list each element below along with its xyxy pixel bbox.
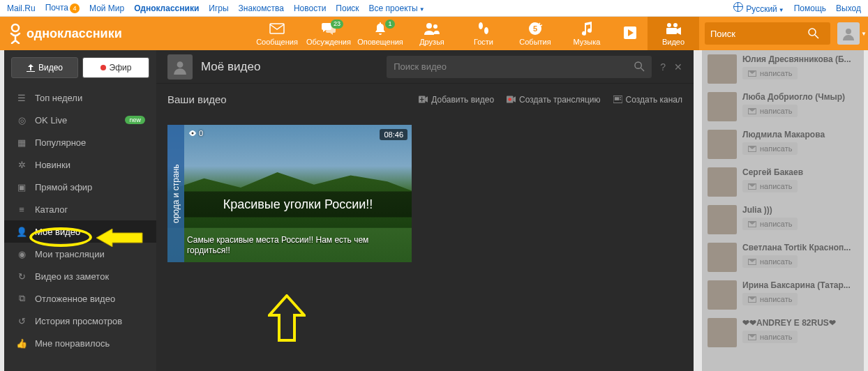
- footprints-icon: [477, 22, 491, 36]
- video-menu: ☰Топ недели ◎OK Livenew ▦Популярное ✲Нов…: [4, 86, 156, 354]
- svg-point-10: [673, 23, 678, 27]
- video-icon: [665, 22, 682, 35]
- upload-video-button[interactable]: Видео: [11, 57, 78, 78]
- topbar-help[interactable]: Помощь: [794, 3, 826, 13]
- nav-label: Оповещения: [357, 38, 403, 46]
- video-thumbnail[interactable]: орода и странь 0 08:46 Красивые уголки Р…: [167, 125, 412, 262]
- friend-row[interactable]: Светлана Tortik Красноп...написать: [702, 238, 864, 276]
- person-icon: 👤: [15, 227, 28, 237]
- ok-logo-icon: [8, 23, 22, 44]
- menu-liked[interactable]: 👍Мне понравилось: [4, 332, 156, 354]
- topbar-link-search[interactable]: Поиск: [336, 3, 359, 13]
- close-button[interactable]: ✕: [674, 61, 682, 73]
- friend-name: Светлана Tortik Красноп...: [742, 243, 858, 252]
- create-stream-action[interactable]: Создать трансляцию: [507, 95, 600, 105]
- write-message-button[interactable]: написать: [742, 218, 798, 230]
- create-channel-action[interactable]: Создать канал: [613, 95, 682, 105]
- list-icon: ≡: [15, 204, 28, 215]
- nav-discussions[interactable]: Обсуждения 23: [303, 17, 354, 50]
- nav-label: Гости: [474, 38, 493, 46]
- menu-popular[interactable]: ▦Популярное: [4, 131, 156, 153]
- video-search[interactable]: [387, 56, 652, 78]
- friend-avatar: [708, 205, 737, 234]
- nav-messages[interactable]: Сообщения: [251, 17, 303, 50]
- envelope-icon: [748, 334, 756, 340]
- live-button[interactable]: Эфир: [82, 57, 149, 78]
- friend-row[interactable]: Людмила Макарованаписать: [702, 126, 864, 163]
- topbar-link-ok[interactable]: Одноклассники: [134, 3, 199, 13]
- menu-my-video[interactable]: 👤Моё видео: [4, 220, 156, 243]
- friend-name: Ирина Баксарина (Татар...: [742, 280, 858, 290]
- search-icon: [808, 28, 819, 39]
- topbar-link-mailru[interactable]: Mail.Ru: [7, 3, 36, 13]
- nav-badge: 23: [331, 20, 343, 29]
- video-header-bar: Моё видео ? ✕: [156, 50, 694, 84]
- svg-rect-1: [270, 24, 284, 33]
- nav-badge: 1: [385, 20, 395, 29]
- friend-row[interactable]: Юлия Дресвянникова (Б...написать: [702, 50, 864, 88]
- envelope-icon: [748, 259, 756, 265]
- menu-top-week[interactable]: ☰Топ недели: [4, 86, 156, 109]
- topbar-link-mail[interactable]: Почта4: [45, 3, 80, 13]
- clock-icon: ↺: [15, 316, 28, 326]
- topbar-link-dating[interactable]: Знакомства: [239, 3, 284, 13]
- svg-point-9: [667, 23, 671, 27]
- menu-my-streams[interactable]: ◉Мои трансляции: [4, 243, 156, 265]
- help-button[interactable]: ?: [660, 61, 666, 73]
- channel-icon: [613, 96, 622, 103]
- nav-play[interactable]: [613, 17, 648, 50]
- svg-text:5: 5: [533, 24, 537, 33]
- nav-music[interactable]: Музыка: [561, 17, 613, 50]
- thumb-caption: Самые красивые места России!! Нам есть ч…: [187, 235, 407, 257]
- topbar-lang[interactable]: Русский▼: [733, 2, 784, 14]
- menu-catalog[interactable]: ≡Каталог: [4, 198, 156, 220]
- friend-row[interactable]: Ирина Баксарина (Татар...написать: [702, 276, 864, 314]
- nav-friends[interactable]: Друзья: [406, 17, 458, 50]
- friends-icon: [424, 22, 440, 35]
- menu-history[interactable]: ↺История просмотров: [4, 310, 156, 332]
- menu-deferred[interactable]: ⧉Отложенное видео: [4, 287, 156, 310]
- svg-point-15: [177, 61, 184, 68]
- video-search-input[interactable]: [394, 61, 634, 72]
- friend-row[interactable]: Julia )))написать: [702, 201, 864, 238]
- envelope-icon: [748, 221, 756, 227]
- search-input[interactable]: [710, 29, 808, 39]
- thumb-banner: Красивые уголки России!!: [184, 192, 412, 218]
- logo[interactable]: одноклассники: [0, 23, 251, 44]
- menu-new[interactable]: ✲Новинки: [4, 153, 156, 176]
- envelope-icon: [748, 70, 756, 77]
- friend-avatar: [708, 92, 737, 121]
- write-message-button[interactable]: написать: [742, 331, 798, 343]
- add-video-action[interactable]: Добавить видео: [419, 95, 494, 105]
- header-search[interactable]: [705, 22, 830, 45]
- write-message-button[interactable]: написать: [742, 293, 798, 305]
- topbar-link-moymir[interactable]: Мой Мир: [89, 3, 124, 13]
- write-message-button[interactable]: написать: [742, 67, 798, 80]
- svg-point-24: [192, 132, 194, 135]
- menu-ok-live[interactable]: ◎OK Livenew: [4, 109, 156, 131]
- friend-row[interactable]: Люба Добриогло (Чмыр)написать: [702, 88, 864, 126]
- topbar-link-games[interactable]: Игры: [209, 3, 228, 13]
- friends-column: Юлия Дресвянникова (Б...написатьЛюба Доб…: [702, 50, 864, 371]
- topbar-link-all[interactable]: Все проекты▼: [369, 3, 425, 13]
- user-avatar[interactable]: ▼: [837, 22, 860, 45]
- nav-events[interactable]: 5 События: [509, 17, 561, 50]
- thumb-views: 0: [188, 129, 203, 137]
- svg-point-2: [426, 23, 432, 29]
- section-title: Моё видео: [201, 60, 260, 74]
- topbar-link-news[interactable]: Новости: [294, 3, 326, 13]
- write-message-button[interactable]: написать: [742, 105, 798, 117]
- write-message-button[interactable]: написать: [742, 255, 798, 268]
- menu-live[interactable]: ▣Прямой эфир: [4, 176, 156, 198]
- nav-notifications[interactable]: Оповещения 1: [354, 17, 406, 50]
- nav-guests[interactable]: Гости: [458, 17, 509, 50]
- topbar-logout[interactable]: Выход: [836, 3, 861, 13]
- friend-row[interactable]: ❤❤ANDREY E 82RUS❤написать: [702, 314, 864, 351]
- write-message-button[interactable]: написать: [742, 142, 798, 155]
- write-message-button[interactable]: написать: [742, 180, 798, 192]
- svg-point-13: [846, 29, 851, 34]
- nav-video[interactable]: Видео: [648, 17, 699, 50]
- friend-row[interactable]: Сергей Бакаевнаписать: [702, 163, 864, 201]
- menu-from-notes[interactable]: ↻Видео из заметок: [4, 265, 156, 287]
- thumb-duration: 08:46: [380, 129, 407, 140]
